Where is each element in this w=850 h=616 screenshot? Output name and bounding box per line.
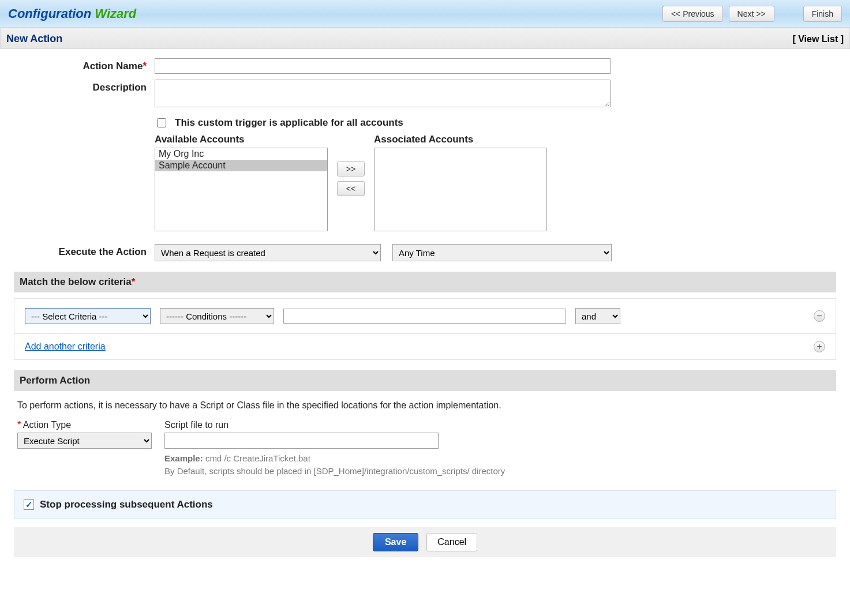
wizard-title-part2: Wizard xyxy=(95,6,136,21)
action-type-select[interactable]: Execute Script xyxy=(17,433,152,449)
wizard-title-part1: Configuration xyxy=(8,6,95,21)
move-right-button[interactable]: >> xyxy=(337,161,365,176)
criteria-block: --- Select Criteria --- ------ Condition… xyxy=(14,298,836,360)
available-accounts-label: Available Accounts xyxy=(155,134,328,145)
next-button[interactable]: Next >> xyxy=(729,6,774,22)
stop-processing-checkbox[interactable]: ✓ xyxy=(24,499,34,510)
bottom-button-bar: Save Cancel xyxy=(14,527,836,557)
list-item[interactable]: My Org Inc xyxy=(155,148,327,160)
page-title: New Action xyxy=(6,33,62,45)
criteria-value-input[interactable] xyxy=(283,309,566,324)
add-criteria-button[interactable]: + xyxy=(814,341,825,352)
description-textarea[interactable] xyxy=(155,80,611,107)
criteria-section-header: Match the below criteria* xyxy=(14,272,836,292)
form-section: Action Name* Description This custom tri… xyxy=(14,58,836,261)
perform-description: To perform actions, it is necessary to h… xyxy=(17,400,833,411)
script-file-label: Script file to run xyxy=(164,420,505,430)
all-accounts-checkbox[interactable] xyxy=(157,118,166,127)
wizard-title: Configuration Wizard xyxy=(8,6,136,21)
action-type-label: * Action Type xyxy=(17,420,152,430)
execute-row: Execute the Action When a Request is cre… xyxy=(28,244,822,261)
script-file-col: Script file to run Example: cmd /c Creat… xyxy=(164,420,505,478)
associated-accounts-label: Associated Accounts xyxy=(374,134,547,145)
action-name-input[interactable] xyxy=(155,58,611,74)
previous-button[interactable]: << Previous xyxy=(662,6,723,22)
finish-button[interactable]: Finish xyxy=(803,6,842,22)
add-another-criteria-link[interactable]: Add another criteria xyxy=(25,341,106,352)
action-name-row: Action Name* xyxy=(28,58,822,74)
execute-time-select[interactable]: Any Time xyxy=(392,244,612,261)
available-accounts-listbox[interactable]: My Org IncSample Account xyxy=(155,148,328,231)
criteria-condition-select[interactable]: ------ Conditions ------ xyxy=(160,308,274,324)
criteria-logic-select[interactable]: and xyxy=(575,308,620,324)
associated-accounts-col: Associated Accounts xyxy=(374,134,547,231)
execute-when-select[interactable]: When a Request is created xyxy=(155,244,381,261)
description-row: Description xyxy=(28,80,822,107)
accounts-row: This custom trigger is applicable for al… xyxy=(28,113,822,231)
subheader: New Action [ View List ] xyxy=(0,28,850,49)
remove-criteria-button[interactable]: − xyxy=(814,310,825,322)
move-buttons: >> << xyxy=(337,161,365,196)
description-label: Description xyxy=(28,80,155,93)
criteria-row: --- Select Criteria --- ------ Condition… xyxy=(14,299,836,334)
stop-processing-box: ✓ Stop processing subsequent Actions xyxy=(14,490,836,519)
action-type-row: * Action Type Execute Script Script file… xyxy=(14,420,836,478)
script-file-input[interactable] xyxy=(164,433,439,449)
action-type-col: * Action Type Execute Script xyxy=(17,420,152,478)
top-buttons: << Previous Next >> Finish xyxy=(662,6,842,22)
list-item[interactable]: Sample Account xyxy=(155,160,327,171)
available-accounts-col: Available Accounts My Org IncSample Acco… xyxy=(155,134,328,231)
add-criteria-row: Add another criteria + xyxy=(14,334,836,359)
all-accounts-label: This custom trigger is applicable for al… xyxy=(175,117,403,129)
view-list-link[interactable]: [ View List ] xyxy=(792,34,844,44)
associated-accounts-listbox[interactable] xyxy=(374,148,547,231)
perform-action-header: Perform Action xyxy=(14,370,836,391)
execute-label: Execute the Action xyxy=(28,244,155,258)
save-button[interactable]: Save xyxy=(373,533,418,551)
cancel-button[interactable]: Cancel xyxy=(426,533,477,551)
accounts-area: Available Accounts My Org IncSample Acco… xyxy=(155,134,547,231)
script-example: Example: cmd /c CreateJiraTicket.bat By … xyxy=(164,452,505,478)
all-accounts-row: This custom trigger is applicable for al… xyxy=(155,117,547,129)
stop-processing-label: Stop processing subsequent Actions xyxy=(40,499,213,510)
move-left-button[interactable]: << xyxy=(337,181,365,196)
action-name-label: Action Name* xyxy=(28,58,155,72)
criteria-field-select[interactable]: --- Select Criteria --- xyxy=(25,308,151,324)
top-bar: Configuration Wizard << Previous Next >>… xyxy=(0,0,850,28)
